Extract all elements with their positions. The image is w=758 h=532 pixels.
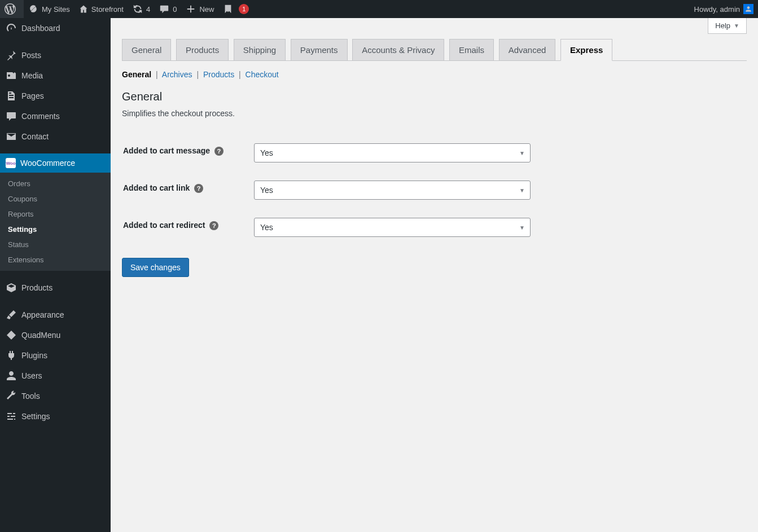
help-toggle[interactable]: Help ▼ bbox=[708, 18, 747, 34]
subsection-archives[interactable]: Archives bbox=[162, 70, 192, 79]
section-description: Simplifies the checkout process. bbox=[122, 109, 747, 118]
tab-advanced[interactable]: Advanced bbox=[499, 39, 556, 60]
product-icon bbox=[6, 282, 17, 293]
woocommerce-submenu: Orders Coupons Reports Settings Status E… bbox=[0, 173, 111, 271]
select-value: Yes bbox=[254, 143, 531, 162]
menu-contact-label: Contact bbox=[21, 132, 49, 141]
site-name-label: Storefront bbox=[91, 5, 124, 14]
menu-posts-label: Posts bbox=[21, 51, 41, 60]
menu-comments-label: Comments bbox=[21, 112, 60, 121]
submenu-status[interactable]: Status bbox=[0, 237, 111, 252]
tab-general[interactable]: General bbox=[122, 39, 171, 60]
home-icon bbox=[79, 5, 88, 14]
help-icon[interactable]: ? bbox=[214, 147, 224, 156]
main-content-area: Help ▼ General Products Shipping Payment… bbox=[111, 18, 758, 300]
woocommerce-icon: Woo bbox=[6, 158, 16, 168]
comments-link[interactable]: 0 bbox=[155, 0, 181, 18]
wordpress-icon bbox=[5, 3, 16, 15]
menu-products-label: Products bbox=[21, 283, 52, 292]
my-sites-link[interactable]: My Sites bbox=[24, 0, 75, 18]
menu-posts[interactable]: Posts bbox=[0, 45, 111, 65]
submenu-settings[interactable]: Settings bbox=[0, 222, 111, 237]
update-icon bbox=[133, 4, 143, 14]
tab-products[interactable]: Products bbox=[176, 39, 229, 60]
help-label: Help bbox=[715, 21, 730, 30]
new-link[interactable]: New bbox=[181, 0, 218, 18]
chevron-down-icon: ▼ bbox=[734, 23, 739, 29]
admin-sidebar: Dashboard Posts Media Pages Comments Con… bbox=[0, 18, 111, 300]
comments-count: 0 bbox=[173, 5, 177, 14]
select-added-to-cart-redirect[interactable]: Yes ▼ bbox=[254, 218, 531, 237]
pin-icon bbox=[6, 50, 17, 61]
menu-pages-label: Pages bbox=[21, 91, 44, 100]
my-sites-label: My Sites bbox=[42, 5, 70, 14]
tab-accounts-privacy[interactable]: Accounts & Privacy bbox=[352, 39, 444, 60]
howdy-label: Howdy, admin bbox=[694, 5, 740, 14]
dashboard-icon bbox=[6, 23, 17, 34]
subsections: General | Archives | Products | Checkout bbox=[122, 70, 747, 79]
yoast-link[interactable]: 1 bbox=[218, 0, 253, 18]
save-button[interactable]: Save changes bbox=[122, 258, 189, 277]
select-value: Yes bbox=[254, 181, 531, 200]
submenu-extensions[interactable]: Extensions bbox=[0, 252, 111, 267]
menu-media-label: Media bbox=[21, 71, 43, 80]
menu-pages[interactable]: Pages bbox=[0, 86, 111, 106]
subsection-general[interactable]: General bbox=[122, 70, 151, 79]
mail-icon bbox=[6, 131, 17, 142]
subsection-products[interactable]: Products bbox=[203, 70, 234, 79]
updates-count: 4 bbox=[146, 5, 150, 14]
avatar-icon bbox=[743, 4, 753, 14]
section-title: General bbox=[122, 90, 747, 103]
help-icon[interactable]: ? bbox=[209, 221, 218, 230]
updates-link[interactable]: 4 bbox=[128, 0, 155, 18]
menu-dashboard-label: Dashboard bbox=[21, 24, 60, 33]
field-label-added-to-cart-message: Added to cart message bbox=[123, 146, 210, 155]
new-label: New bbox=[199, 5, 214, 14]
menu-woocommerce-label: WooCommerce bbox=[20, 159, 75, 168]
separator: | bbox=[239, 70, 241, 79]
field-label-added-to-cart-link: Added to cart link bbox=[123, 183, 190, 192]
settings-tabs: General Products Shipping Payments Accou… bbox=[122, 24, 747, 61]
settings-form: Added to cart message ? Yes ▼ Added to c… bbox=[122, 134, 747, 247]
submenu-reports[interactable]: Reports bbox=[0, 206, 111, 222]
tab-express[interactable]: Express bbox=[560, 39, 612, 61]
comment-icon bbox=[159, 4, 169, 14]
yoast-count: 1 bbox=[239, 4, 249, 14]
menu-woocommerce[interactable]: Woo WooCommerce bbox=[0, 153, 111, 173]
menu-media[interactable]: Media bbox=[0, 65, 111, 86]
tab-payments[interactable]: Payments bbox=[291, 39, 348, 60]
select-value: Yes bbox=[254, 218, 531, 237]
submenu-orders[interactable]: Orders bbox=[0, 176, 111, 191]
wp-logo[interactable] bbox=[0, 0, 24, 18]
yoast-icon bbox=[223, 4, 233, 14]
submenu-coupons[interactable]: Coupons bbox=[0, 191, 111, 206]
pages-icon bbox=[6, 90, 17, 102]
menu-comments[interactable]: Comments bbox=[0, 106, 111, 126]
separator: | bbox=[156, 70, 158, 79]
menu-dashboard[interactable]: Dashboard bbox=[0, 18, 111, 38]
admin-toolbar: My Sites Storefront 4 0 New 1 Howdy, adm… bbox=[0, 0, 758, 18]
subsection-checkout[interactable]: Checkout bbox=[246, 70, 279, 79]
menu-products[interactable]: Products bbox=[0, 278, 111, 298]
site-link[interactable]: Storefront bbox=[75, 0, 128, 18]
multisite-icon bbox=[28, 4, 38, 14]
tab-shipping[interactable]: Shipping bbox=[234, 39, 286, 60]
media-icon bbox=[6, 70, 17, 81]
menu-contact[interactable]: Contact bbox=[0, 126, 111, 147]
tab-emails[interactable]: Emails bbox=[449, 39, 494, 60]
help-icon[interactable]: ? bbox=[194, 184, 203, 193]
field-label-added-to-cart-redirect: Added to cart redirect bbox=[123, 221, 205, 230]
account-link[interactable]: Howdy, admin bbox=[690, 0, 758, 18]
separator: | bbox=[196, 70, 199, 79]
select-added-to-cart-message[interactable]: Yes ▼ bbox=[254, 143, 531, 162]
plus-icon bbox=[186, 4, 196, 14]
select-added-to-cart-link[interactable]: Yes ▼ bbox=[254, 181, 531, 200]
comment-icon bbox=[6, 111, 17, 122]
